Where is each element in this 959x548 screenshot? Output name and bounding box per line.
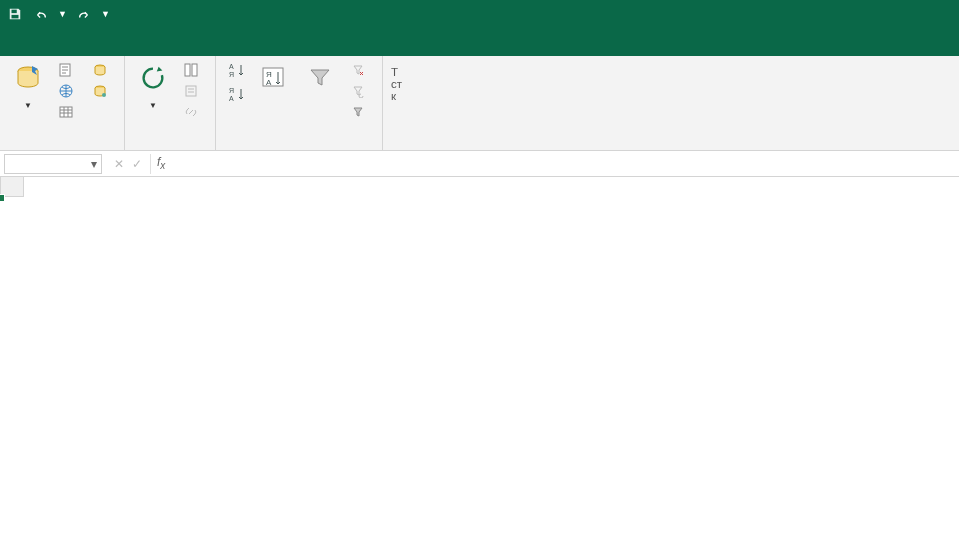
advanced-filter-button[interactable] <box>346 102 374 122</box>
existing-conn-icon <box>92 83 108 99</box>
svg-rect-10 <box>192 64 197 76</box>
sort-asc-button[interactable]: АЯ <box>224 60 248 80</box>
sort-desc-button[interactable]: ЯА <box>224 84 248 104</box>
existing-connections-button[interactable] <box>88 81 116 101</box>
recent-sources-icon <box>92 62 108 78</box>
sort-asc-icon: АЯ <box>228 62 244 78</box>
svg-rect-0 <box>12 10 17 14</box>
from-table-icon <box>58 104 74 120</box>
svg-text:А: А <box>229 95 234 102</box>
group-label-get-transform <box>8 146 116 148</box>
ribbon-group-truncated: Тстк <box>383 56 410 150</box>
group-label-queries <box>133 146 207 148</box>
clear-icon <box>350 62 366 78</box>
column-headers <box>24 177 959 197</box>
spreadsheet-grid <box>0 177 959 197</box>
active-cell-indicator <box>0 197 4 201</box>
ribbon-tabs <box>0 28 959 56</box>
refresh-all-button[interactable]: ▼ <box>133 60 173 112</box>
svg-rect-5 <box>60 107 72 117</box>
svg-rect-1 <box>12 15 19 19</box>
edit-links-icon <box>183 104 199 120</box>
reapply-icon <box>350 83 366 99</box>
from-text-csv-button[interactable] <box>54 60 82 80</box>
from-table-button[interactable] <box>54 102 82 122</box>
svg-rect-11 <box>186 86 196 96</box>
undo-dropdown-icon[interactable]: ▼ <box>58 9 67 19</box>
get-data-icon <box>12 62 44 94</box>
svg-point-8 <box>102 93 106 97</box>
formula-bar: ▾ ✕ ✓ fx <box>0 151 959 177</box>
redo-icon[interactable] <box>75 5 93 23</box>
filter-icon <box>304 62 336 94</box>
from-web-button[interactable] <box>54 81 82 101</box>
ribbon-group-queries: ▼ <box>125 56 216 150</box>
from-web-icon <box>58 83 74 99</box>
sort-icon: ЯА <box>258 62 290 94</box>
get-data-button[interactable]: ▼ <box>8 60 48 112</box>
svg-text:А: А <box>266 78 272 87</box>
properties-icon <box>183 83 199 99</box>
advanced-icon <box>350 104 366 120</box>
formula-bar-buttons: ✕ ✓ <box>106 154 151 174</box>
ribbon-group-get-transform: ▼ <box>0 56 125 150</box>
edit-links-button <box>179 102 207 122</box>
undo-icon[interactable] <box>32 5 50 23</box>
svg-text:Я: Я <box>229 87 234 94</box>
cancel-formula-icon[interactable]: ✕ <box>114 157 124 171</box>
sort-button[interactable]: ЯА <box>254 60 294 98</box>
recent-sources-button[interactable] <box>88 60 116 80</box>
chevron-down-icon[interactable]: ▾ <box>91 157 97 171</box>
titlebar: ▼ ▼ <box>0 0 959 28</box>
ribbon-group-sort-filter: АЯ ЯА ЯА <box>216 56 383 150</box>
filter-button[interactable] <box>300 60 340 98</box>
svg-rect-9 <box>185 64 190 76</box>
select-all-corner[interactable] <box>0 177 24 197</box>
qat-customize-icon[interactable]: ▼ <box>101 9 110 19</box>
queries-icon <box>183 62 199 78</box>
fx-icon[interactable]: fx <box>151 155 171 171</box>
accept-formula-icon[interactable]: ✓ <box>132 157 142 171</box>
from-text-icon <box>58 62 74 78</box>
save-icon[interactable] <box>6 5 24 23</box>
clear-filter-button <box>346 60 374 80</box>
name-box[interactable]: ▾ <box>4 154 102 174</box>
quick-access-toolbar: ▼ ▼ <box>6 5 110 23</box>
group-label-sort-filter <box>224 146 374 148</box>
svg-text:Я: Я <box>229 71 234 78</box>
svg-text:А: А <box>229 63 234 70</box>
reapply-button <box>346 81 374 101</box>
refresh-all-icon <box>137 62 169 94</box>
properties-button <box>179 81 207 101</box>
queries-connections-button[interactable] <box>179 60 207 80</box>
sort-desc-icon: ЯА <box>228 86 244 102</box>
ribbon: ▼ ▼ <box>0 56 959 151</box>
